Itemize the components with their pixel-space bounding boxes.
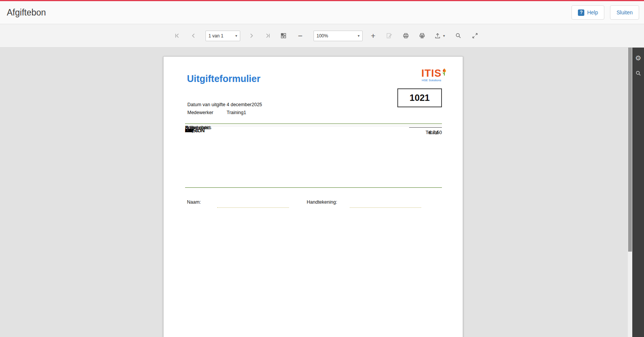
zoom-out-button[interactable]: − <box>294 29 307 42</box>
last-page-button[interactable] <box>261 29 274 42</box>
first-page-button[interactable] <box>171 29 184 42</box>
employee-label: Medewerker <box>187 110 213 115</box>
logo-text: ITIS <box>421 69 442 78</box>
help-icon: ? <box>578 9 584 16</box>
chevron-down-icon: ▾ <box>235 34 237 38</box>
header-buttons: ? Help Sluiten <box>571 5 639 20</box>
page-selector-value: 1 van 1 <box>208 33 223 39</box>
edit-fields-button[interactable] <box>383 29 395 42</box>
search-button[interactable] <box>452 29 465 42</box>
search-panel-icon <box>635 70 641 76</box>
receipt-number-box: 1021 <box>397 88 442 107</box>
name-label: Naam: <box>187 199 201 205</box>
employee-value: Training1 <box>227 110 246 115</box>
viewer-main-area: Uitgifteformulier ITIS HSE Solutions 102… <box>0 48 644 337</box>
page-title: Afgiftebon <box>7 8 46 18</box>
date-value: 4 december2025 <box>227 102 262 107</box>
search-icon <box>455 32 462 39</box>
fullscreen-icon <box>472 32 478 39</box>
zoom-selector-value: 100% <box>317 33 328 39</box>
date-label: Datum van uitgifte <box>187 102 225 107</box>
total-separator-line <box>409 127 442 128</box>
last-page-icon <box>264 32 271 39</box>
footer-divider-line <box>185 187 442 188</box>
items-table: Pot nr. Artikel code Artikel Kostenplaat… <box>185 124 442 130</box>
next-page-button[interactable] <box>245 29 258 42</box>
edit-pencil-icon <box>386 32 392 39</box>
minus-icon: − <box>298 32 303 40</box>
side-panel: ⚙ <box>632 48 644 337</box>
export-options-tab[interactable]: ⚙ <box>632 51 644 66</box>
total-value: € 7,50 <box>409 130 442 135</box>
help-button-label: Help <box>587 9 598 15</box>
signature-label: Handtekening: <box>307 199 337 205</box>
gear-icon: ⚙ <box>635 55 641 62</box>
report-title: Uitgifteformulier <box>187 73 260 84</box>
previous-page-icon <box>190 32 197 39</box>
export-icon <box>434 32 441 39</box>
receipt-number: 1021 <box>409 93 429 103</box>
chevron-down-icon: ▾ <box>358 34 360 38</box>
page-selector[interactable]: 1 van 1 ▾ <box>205 31 240 41</box>
itis-logo: ITIS HSE Solutions <box>400 69 442 85</box>
scrollbar-thumb[interactable] <box>628 48 632 252</box>
cell-prijs: € 2,50 <box>185 127 198 135</box>
print-page-button[interactable] <box>415 29 428 42</box>
header-bar: Afgiftebon ? Help Sluiten <box>0 0 644 24</box>
toolbar-inner: 1 van 1 ▾ <box>171 24 481 47</box>
viewer-toolbar: 1 van 1 ▾ <box>0 24 644 48</box>
close-button-label: Sluiten <box>616 9 633 15</box>
report-page: Uitgifteformulier ITIS HSE Solutions 102… <box>163 56 463 337</box>
vertical-scrollbar[interactable] <box>628 48 632 337</box>
fullscreen-button[interactable] <box>468 29 481 42</box>
signature-line <box>350 207 421 208</box>
help-button[interactable]: ? Help <box>571 5 604 20</box>
zoom-in-button[interactable]: + <box>367 29 380 42</box>
next-page-icon <box>248 32 255 39</box>
multipage-toggle-button[interactable] <box>277 29 290 42</box>
print-button[interactable] <box>399 29 412 42</box>
print-page-icon <box>419 32 425 39</box>
export-button[interactable] <box>431 29 444 42</box>
export-caret-icon[interactable]: ▾ <box>443 34 445 38</box>
plus-icon: + <box>371 32 375 40</box>
first-page-icon <box>174 32 181 39</box>
zoom-selector[interactable]: 100% ▾ <box>314 31 363 41</box>
multipage-icon <box>280 32 287 39</box>
table-header-row: Pot nr. Artikel code Artikel Kostenplaat… <box>185 124 442 126</box>
name-signature-line <box>217 207 289 208</box>
previous-page-button[interactable] <box>187 29 200 42</box>
print-icon <box>403 32 409 39</box>
logo-subtitle: HSE Solutions <box>422 79 441 82</box>
search-panel-tab[interactable] <box>632 66 644 81</box>
close-button[interactable]: Sluiten <box>610 5 639 20</box>
